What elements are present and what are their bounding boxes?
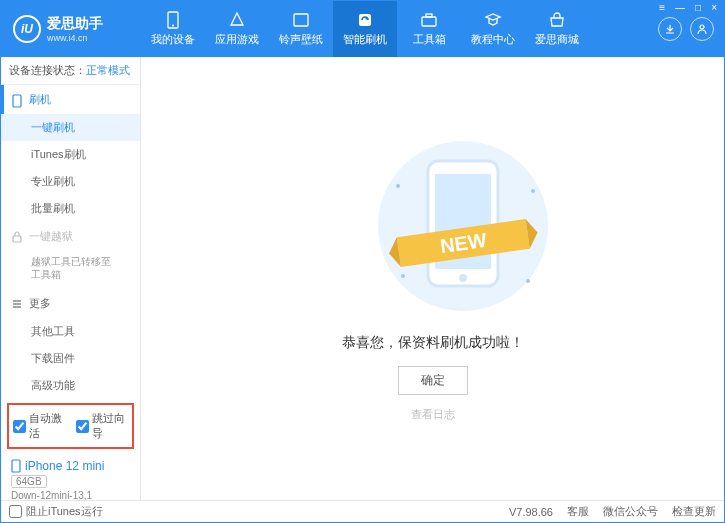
nav-label: 铃声壁纸 [279,32,323,47]
sidebar-item-firmware[interactable]: 下载固件 [1,345,140,372]
device-name[interactable]: iPhone 12 mini [11,459,130,473]
status-bar: 设备连接状态：正常模式 [1,57,140,85]
nav-apps[interactable]: 应用游戏 [205,1,269,57]
user-button[interactable] [690,17,714,41]
sidebar-item-batch[interactable]: 批量刷机 [1,195,140,222]
svg-rect-3 [359,14,371,26]
nav-store[interactable]: 爱思商城 [525,1,589,57]
svg-rect-9 [12,460,20,472]
maximize-icon[interactable]: □ [693,2,703,13]
nav-label: 应用游戏 [215,32,259,47]
sidebar-item-other[interactable]: 其他工具 [1,318,140,345]
service-link[interactable]: 客服 [567,504,589,519]
device-model: Down-12mini-13,1 [11,490,130,501]
view-log-link[interactable]: 查看日志 [411,407,455,422]
more-icon [11,298,23,310]
window-controls: ≡ — □ × [657,2,719,13]
version-label: V7.98.66 [509,506,553,518]
toolbox-icon [420,11,438,29]
logo-icon: iU [13,15,41,43]
success-illustration: NEW [353,136,513,316]
svg-rect-4 [422,17,436,26]
update-link[interactable]: 检查更新 [672,504,716,519]
minimize-icon[interactable]: — [673,2,687,13]
app-title: 爱思助手 [47,15,103,33]
sidebar-item-advanced[interactable]: 高级功能 [1,372,140,399]
nav-my-device[interactable]: 我的设备 [141,1,205,57]
sidebar-item-itunes[interactable]: iTunes刷机 [1,141,140,168]
checkbox-skip-guide[interactable]: 跳过向导 [76,411,129,441]
svg-point-20 [401,274,405,278]
svg-rect-5 [426,14,432,17]
menu-icon[interactable]: ≡ [657,2,667,13]
tutorials-icon [484,11,502,29]
close-icon[interactable]: × [709,2,719,13]
svg-point-21 [526,279,530,283]
nav-ringtones[interactable]: 铃声壁纸 [269,1,333,57]
svg-rect-7 [13,95,21,107]
nav-tutorials[interactable]: 教程中心 [461,1,525,57]
status-value: 正常模式 [86,64,130,76]
device-icon [164,11,182,29]
svg-point-19 [531,189,535,193]
svg-rect-8 [13,236,21,242]
section-title: 更多 [29,296,51,311]
apps-icon [228,11,246,29]
device-icon [11,459,21,473]
main-content: NEW 恭喜您，保资料刷机成功啦！ 确定 查看日志 [141,57,724,500]
ok-button[interactable]: 确定 [398,366,468,395]
flash-icon [356,11,374,29]
sidebar-item-oneclick[interactable]: 一键刷机 [1,114,140,141]
store-icon [548,11,566,29]
svg-point-13 [459,274,467,282]
logo-area: iU 爱思助手 www.i4.cn [1,15,141,43]
status-label: 设备连接状态： [9,64,86,76]
success-text: 恭喜您，保资料刷机成功啦！ [342,334,524,352]
download-button[interactable] [658,17,682,41]
sidebar-section-more[interactable]: 更多 [1,289,140,318]
header: iU 爱思助手 www.i4.cn 我的设备 应用游戏 铃声壁纸 智能刷机 工具… [1,1,724,57]
sidebar-section-jailbreak: 一键越狱 [1,222,140,251]
section-title: 一键越狱 [29,229,73,244]
checkbox-auto-activate[interactable]: 自动激活 [13,411,66,441]
svg-point-1 [172,25,174,27]
checkbox-row: 自动激活 跳过向导 [7,403,134,449]
nav-label: 教程中心 [471,32,515,47]
lock-icon [11,231,23,243]
svg-rect-2 [294,14,308,26]
nav-label: 爱思商城 [535,32,579,47]
sidebar-item-pro[interactable]: 专业刷机 [1,168,140,195]
nav: 我的设备 应用游戏 铃声壁纸 智能刷机 工具箱 教程中心 爱思商城 [141,1,658,57]
nav-flash[interactable]: 智能刷机 [333,1,397,57]
nav-label: 智能刷机 [343,32,387,47]
block-itunes-checkbox[interactable]: 阻止iTunes运行 [9,504,103,519]
wallpaper-icon [292,11,310,29]
sidebar-section-flash[interactable]: 刷机 [1,85,140,114]
header-right [658,17,724,41]
wechat-link[interactable]: 微信公众号 [603,504,658,519]
sidebar: 设备连接状态：正常模式 刷机 一键刷机 iTunes刷机 专业刷机 批量刷机 一… [1,57,141,500]
svg-point-18 [396,184,400,188]
app-url: www.i4.cn [47,33,103,43]
nav-toolbox[interactable]: 工具箱 [397,1,461,57]
device-storage: 64GB [11,475,47,488]
section-title: 刷机 [29,92,51,107]
device-box: iPhone 12 mini 64GB Down-12mini-13,1 [1,453,140,507]
nav-label: 我的设备 [151,32,195,47]
jailbreak-note: 越狱工具已转移至 工具箱 [1,251,140,289]
nav-label: 工具箱 [413,32,446,47]
phone-icon [11,94,23,106]
svg-point-6 [700,25,704,29]
